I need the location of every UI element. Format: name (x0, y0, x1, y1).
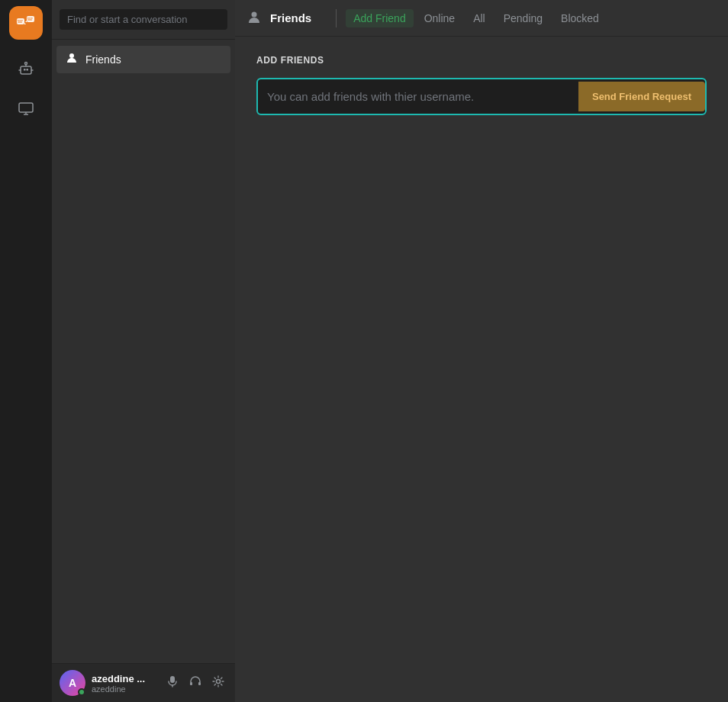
svg-rect-4 (18, 22, 22, 23)
svg-rect-12 (27, 69, 29, 71)
svg-rect-21 (170, 676, 175, 683)
svg-rect-17 (19, 103, 33, 112)
nav-title: Friends (270, 11, 311, 24)
sidebar-list: Friends (52, 40, 235, 663)
tab-blocked[interactable]: Blocked (553, 9, 607, 27)
user-name: azeddine ... (92, 673, 163, 684)
content-area: ADD FRIENDS Send Friend Request (235, 37, 728, 702)
svg-rect-1 (18, 20, 19, 21)
add-friend-input[interactable] (267, 79, 578, 114)
svg-point-26 (252, 11, 257, 17)
app-logo[interactable] (9, 6, 43, 40)
user-area: A azeddine ... azeddine (52, 663, 235, 702)
svg-rect-10 (21, 66, 31, 74)
sidebar-search-area (52, 0, 235, 40)
svg-rect-0 (17, 18, 24, 24)
svg-rect-3 (21, 20, 23, 21)
svg-rect-5 (27, 16, 34, 22)
nav-divider (336, 9, 337, 27)
add-friend-input-row: Send Friend Request (256, 78, 707, 115)
avatar: A (60, 670, 85, 696)
top-nav: Friends Add Friend Online All Pending Bl… (235, 0, 728, 37)
monitor-icon-button[interactable] (9, 92, 43, 125)
svg-point-20 (69, 53, 74, 58)
tab-all[interactable]: All (465, 9, 493, 27)
sidebar-item-label: Friends (85, 53, 121, 66)
svg-rect-7 (30, 18, 31, 19)
svg-rect-23 (190, 682, 192, 685)
svg-rect-8 (31, 18, 33, 19)
send-friend-request-button[interactable]: Send Friend Request (578, 82, 705, 111)
svg-rect-9 (27, 20, 32, 21)
friends-icon (66, 52, 78, 67)
svg-rect-11 (24, 69, 26, 71)
user-controls (163, 674, 227, 692)
user-info: azeddine ... azeddine (92, 673, 163, 694)
section-title: ADD FRIENDS (256, 55, 707, 66)
svg-point-25 (217, 680, 221, 684)
svg-rect-6 (27, 18, 29, 19)
robot-icon-button[interactable] (9, 52, 43, 85)
sidebar: Friends A azeddine ... azeddine (52, 0, 235, 702)
settings-button[interactable] (209, 674, 227, 692)
nav-friends-icon (247, 10, 261, 27)
tab-online[interactable]: Online (417, 9, 462, 27)
status-dot (78, 688, 85, 696)
icon-bar (0, 0, 52, 702)
svg-rect-2 (20, 20, 21, 21)
svg-rect-24 (198, 682, 201, 685)
tab-pending[interactable]: Pending (496, 9, 550, 27)
sidebar-item-friends[interactable]: Friends (56, 46, 230, 73)
search-input[interactable] (60, 9, 227, 30)
mic-button[interactable] (163, 674, 182, 692)
main-content: Friends Add Friend Online All Pending Bl… (235, 0, 728, 702)
tab-add-friend[interactable]: Add Friend (346, 9, 413, 27)
headset-button[interactable] (186, 674, 205, 692)
svg-point-14 (25, 63, 27, 65)
user-tag: azeddine (92, 684, 163, 694)
